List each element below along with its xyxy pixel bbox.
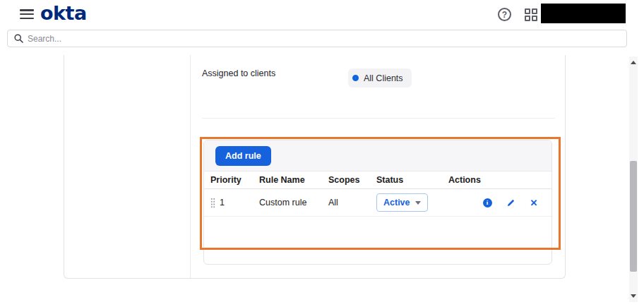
okta-logo[interactable]: okta <box>40 2 87 24</box>
vertical-scrollbar[interactable] <box>629 56 638 302</box>
top-header: okta ? <box>0 0 644 28</box>
edit-button[interactable] <box>506 198 515 207</box>
info-icon: i <box>483 198 492 207</box>
account-redacted[interactable] <box>541 4 626 23</box>
drag-handle-icon[interactable] <box>210 198 215 208</box>
table-toolbar: Add rule <box>204 140 551 171</box>
rule-name-cell: Custom rule <box>259 198 328 207</box>
section-divider <box>202 118 555 119</box>
scroll-down-icon[interactable] <box>631 294 636 298</box>
all-clients-label: All Clients <box>364 73 403 83</box>
scrollbar-thumb[interactable] <box>630 161 637 272</box>
scroll-up-icon[interactable] <box>631 61 636 64</box>
actions-cell: i ✕ <box>482 198 551 207</box>
column-header-status: Status <box>376 175 448 185</box>
pencil-icon <box>506 198 515 207</box>
priority-cell: 1 <box>210 198 259 208</box>
help-icon[interactable]: ? <box>498 8 511 21</box>
column-header-actions: Actions <box>448 175 551 185</box>
chevron-down-icon <box>415 201 421 205</box>
status-value: Active <box>383 198 410 207</box>
rules-table: Add rule Priority Rule Name Scopes Statu… <box>203 140 552 265</box>
assigned-to-clients-label: Assigned to clients <box>202 68 275 78</box>
status-dropdown-button[interactable]: Active <box>376 193 428 212</box>
table-header-row: Priority Rule Name Scopes Status Actions <box>204 171 551 189</box>
content-card: Assigned to clients All Clients Add rule… <box>64 55 566 279</box>
table-row: 1 Custom rule All Active i <box>204 189 551 217</box>
info-button[interactable]: i <box>482 198 492 207</box>
apps-grid-icon[interactable] <box>525 8 538 22</box>
scopes-cell: All <box>328 198 376 207</box>
okta-admin-page: okta ? Assigned to clients All Clients A… <box>0 0 644 307</box>
radio-selected-icon <box>352 75 359 81</box>
hamburger-menu-icon[interactable] <box>20 9 34 19</box>
card-vertical-divider <box>190 55 191 278</box>
column-header-rule-name: Rule Name <box>259 175 328 185</box>
column-header-priority: Priority <box>210 175 259 185</box>
column-header-scopes: Scopes <box>328 175 376 185</box>
add-rule-button[interactable]: Add rule <box>215 146 271 166</box>
search-input[interactable] <box>28 34 626 44</box>
search-icon <box>14 34 23 43</box>
priority-value: 1 <box>220 198 225 207</box>
delete-button[interactable]: ✕ <box>529 198 539 207</box>
close-icon: ✕ <box>530 198 538 208</box>
status-cell: Active <box>376 193 448 212</box>
all-clients-option[interactable]: All Clients <box>348 68 412 88</box>
search-bar <box>7 30 627 47</box>
